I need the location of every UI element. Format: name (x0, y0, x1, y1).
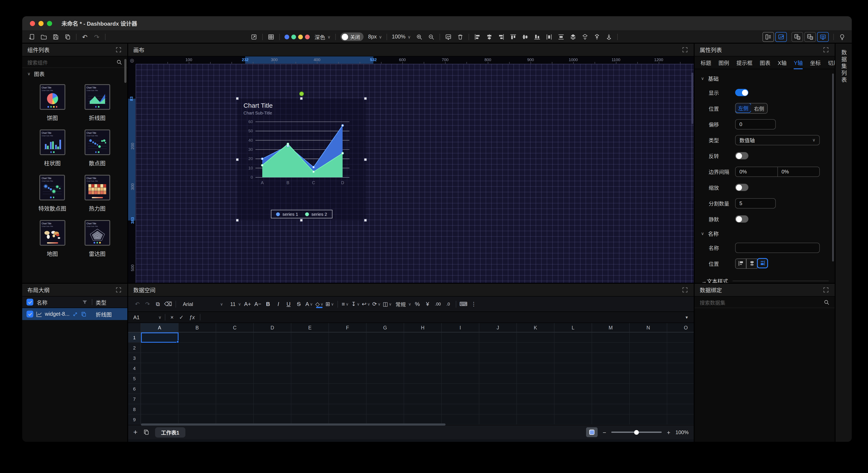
send-to-back-icon[interactable] (581, 33, 588, 40)
delete-icon[interactable] (457, 33, 464, 40)
cell-G2[interactable] (367, 343, 404, 353)
align-right-icon[interactable] (497, 33, 505, 40)
cell-J1[interactable] (479, 332, 517, 343)
component-thumbnail[interactable]: Chart TitleChart Sub-Title (39, 175, 65, 200)
cell-E8[interactable] (291, 404, 329, 414)
tab-切片[interactable]: 切片 (828, 56, 835, 69)
column-header-M[interactable]: M (592, 323, 630, 332)
expand-panel-icon[interactable] (115, 286, 122, 294)
selection-handle-se[interactable] (364, 219, 367, 222)
cell-I5[interactable] (442, 374, 479, 384)
cell-L7[interactable] (554, 394, 592, 404)
segment-option[interactable]: 左侧 (735, 103, 751, 113)
cell-N3[interactable] (630, 353, 667, 363)
cell-E1[interactable] (291, 332, 329, 343)
cell-F7[interactable] (329, 394, 367, 404)
select-类型[interactable]: 数值轴∨ (735, 135, 820, 145)
cell-D3[interactable] (254, 353, 291, 363)
cell-A9[interactable] (141, 414, 179, 425)
cell-D9[interactable] (254, 414, 291, 425)
cell-F2[interactable] (329, 343, 367, 353)
cell-A4[interactable] (141, 363, 179, 374)
cell-N6[interactable] (630, 384, 667, 394)
row-checkbox[interactable] (27, 311, 33, 318)
cell-O1[interactable] (667, 332, 694, 343)
percent-icon[interactable]: % (412, 299, 422, 309)
dataset-list-strip[interactable]: 数据集列表 (835, 43, 852, 442)
selection-handle-sw[interactable] (236, 219, 239, 222)
component-item-line[interactable]: Chart TitleChart Sub-Title折线图 (84, 84, 110, 122)
italic-icon[interactable]: I (273, 299, 283, 309)
input-名称[interactable] (735, 242, 820, 253)
column-header-L[interactable]: L (554, 323, 592, 332)
cell-K2[interactable] (517, 343, 554, 353)
selection-handle-n[interactable] (300, 97, 303, 100)
cell-K9[interactable] (517, 414, 554, 425)
cell-J2[interactable] (479, 343, 517, 353)
component-item-pie[interactable]: Chart TitleChart Sub-Title饼图 (39, 84, 65, 122)
cell-G4[interactable] (367, 363, 404, 374)
cell-J4[interactable] (479, 363, 517, 374)
cell-K1[interactable] (517, 332, 554, 343)
cell-A7[interactable] (141, 394, 179, 404)
cell-L5[interactable] (554, 374, 592, 384)
component-thumbnail[interactable]: Chart TitleChart Sub-Title (84, 175, 110, 200)
grid-table-icon[interactable] (268, 33, 275, 40)
cell-F8[interactable] (329, 404, 367, 414)
component-thumbnail[interactable]: Chart TitleChart Sub-Title (39, 129, 65, 155)
cell-O4[interactable] (667, 363, 694, 374)
grid-size-select[interactable]: 8px∨ (368, 34, 382, 40)
cell-K8[interactable] (517, 404, 554, 414)
tab-提示框[interactable]: 提示框 (737, 56, 752, 69)
cell-D6[interactable] (254, 384, 291, 394)
component-search[interactable]: 搜索组件 (22, 56, 127, 68)
cell-B3[interactable] (179, 353, 216, 363)
cell-O9[interactable] (667, 414, 694, 425)
cell-B9[interactable] (179, 414, 216, 425)
layout-view-button[interactable] (763, 32, 774, 42)
cell-C7[interactable] (216, 394, 254, 404)
save-icon[interactable] (52, 33, 59, 40)
cell-M9[interactable] (592, 414, 630, 425)
save-as-icon[interactable] (64, 33, 71, 40)
column-header-A[interactable]: A (141, 323, 179, 332)
row-header-4[interactable]: 4 (128, 363, 141, 374)
selection-handle-w[interactable] (236, 158, 239, 161)
align-vertical-icon[interactable]: ↧∨ (350, 299, 361, 309)
cell-E5[interactable] (291, 374, 329, 384)
component-item-map[interactable]: Chart TitleChart Sub-Title地图 (39, 220, 65, 258)
row-header-8[interactable]: 8 (128, 404, 141, 414)
redo-icon[interactable]: ↷ (93, 33, 100, 40)
expand-panel-icon[interactable] (822, 286, 830, 294)
select-all-checkbox[interactable] (27, 299, 33, 305)
cell-H7[interactable] (404, 394, 442, 404)
cell-F4[interactable] (329, 363, 367, 374)
cell-F9[interactable] (329, 414, 367, 425)
cell-E4[interactable] (291, 363, 329, 374)
redo-icon[interactable]: ↷ (143, 299, 153, 309)
canvas-viewport[interactable]: 83200300383500 Chart Title Chart Sub-Tit… (128, 64, 694, 283)
cell-K3[interactable] (517, 353, 554, 363)
minimize-button[interactable] (38, 21, 43, 26)
selection-handle-e[interactable] (364, 158, 367, 161)
cell-G7[interactable] (367, 394, 404, 404)
cell-K5[interactable] (517, 374, 554, 384)
cell-G3[interactable] (367, 353, 404, 363)
cell-M5[interactable] (592, 374, 630, 384)
cell-M1[interactable] (592, 332, 630, 343)
font-size-down-icon[interactable]: A− (253, 299, 263, 309)
row-header-1[interactable]: 1 (128, 332, 141, 343)
merge-cells-icon[interactable]: ◫∨ (382, 299, 393, 309)
cell-I2[interactable] (442, 343, 479, 353)
formula-cancel-icon[interactable]: × (170, 314, 174, 320)
resize-icon[interactable] (72, 311, 78, 317)
cell-H8[interactable] (404, 404, 442, 414)
toggle-显示[interactable] (735, 89, 748, 96)
cell-O6[interactable] (667, 384, 694, 394)
tab-图表[interactable]: 图表 (760, 56, 770, 69)
cell-D5[interactable] (254, 374, 291, 384)
rotate-handle[interactable] (299, 91, 304, 96)
cell-O2[interactable] (667, 343, 694, 353)
column-header-K[interactable]: K (517, 323, 554, 332)
cell-B2[interactable] (179, 343, 216, 353)
